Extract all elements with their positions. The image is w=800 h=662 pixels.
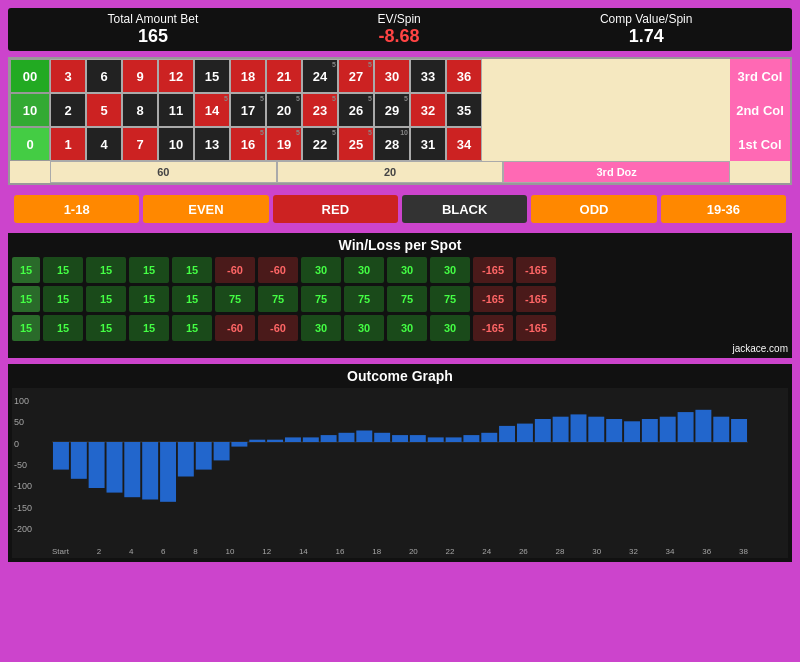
number-cell-36[interactable]: 36 <box>446 59 482 93</box>
outcome-chart <box>52 396 748 534</box>
wl-cell: 15 <box>86 286 126 312</box>
number-cell-27[interactable]: 275 <box>338 59 374 93</box>
svg-rect-37 <box>695 410 711 442</box>
number-column-6: 21205195 <box>266 59 302 161</box>
number-cell-1[interactable]: 1 <box>50 127 86 161</box>
wl-cell: 75 <box>344 286 384 312</box>
dozen-2nd[interactable]: 20 <box>277 161 504 183</box>
ev-spin-block: EV/Spin -8.68 <box>377 12 420 47</box>
number-cell-18[interactable]: 18 <box>230 59 266 93</box>
zero-0[interactable]: 0 <box>10 127 50 161</box>
number-cell-14[interactable]: 145 <box>194 93 230 127</box>
wl-data-col-6: 307530 <box>301 257 341 341</box>
svg-rect-2 <box>71 442 87 479</box>
number-cell-5[interactable]: 5 <box>86 93 122 127</box>
wl-cell: 15 <box>43 315 83 341</box>
svg-rect-1 <box>53 442 69 470</box>
svg-rect-21 <box>410 435 426 442</box>
wl-cell: 15 <box>43 286 83 312</box>
number-cell-17[interactable]: 175 <box>230 93 266 127</box>
number-cell-3[interactable]: 3 <box>50 59 86 93</box>
bet-even[interactable]: EVEN <box>143 195 268 223</box>
total-bet-block: Total Amount Bet 165 <box>108 12 199 47</box>
wl-row-label: 15 <box>12 286 40 312</box>
number-cell-7[interactable]: 7 <box>122 127 158 161</box>
svg-rect-35 <box>660 417 676 442</box>
wl-data-col-2: 151515 <box>129 257 169 341</box>
number-cell-28[interactable]: 2810 <box>374 127 410 161</box>
svg-rect-28 <box>535 419 551 442</box>
number-cell-15[interactable]: 15 <box>194 59 230 93</box>
number-cell-21[interactable]: 21 <box>266 59 302 93</box>
number-cell-16[interactable]: 165 <box>230 127 266 161</box>
svg-rect-11 <box>231 442 247 447</box>
wl-data-col-11: -165-165-165 <box>516 257 556 341</box>
bet-1-18[interactable]: 1-18 <box>14 195 139 223</box>
number-cell-24[interactable]: 245 <box>302 59 338 93</box>
graph-container: 100 50 0 -50 -100 -150 -200 Start2468101… <box>12 388 788 558</box>
number-cell-31[interactable]: 31 <box>410 127 446 161</box>
number-cell-32[interactable]: 32 <box>410 93 446 127</box>
svg-rect-32 <box>606 419 622 442</box>
number-cell-11[interactable]: 11 <box>158 93 194 127</box>
wl-data-col-7: 307530 <box>344 257 384 341</box>
number-cell-22[interactable]: 225 <box>302 127 338 161</box>
roulette-table: 00 10 0 32165498712111015145131817516521… <box>8 57 792 185</box>
bet-black[interactable]: BLACK <box>402 195 527 223</box>
number-cell-8[interactable]: 8 <box>122 93 158 127</box>
svg-rect-10 <box>214 442 230 460</box>
number-cell-4[interactable]: 4 <box>86 127 122 161</box>
svg-rect-30 <box>571 414 587 442</box>
number-cell-34[interactable]: 34 <box>446 127 482 161</box>
zero-00[interactable]: 00 <box>10 59 50 93</box>
zero-10[interactable]: 10 <box>10 93 50 127</box>
ev-spin-value: -8.68 <box>377 26 420 47</box>
wl-data-col-0: 151515 <box>43 257 83 341</box>
number-cell-10[interactable]: 10 <box>158 127 194 161</box>
svg-rect-38 <box>713 417 729 442</box>
number-column-2: 987 <box>122 59 158 161</box>
number-cell-35[interactable]: 35 <box>446 93 482 127</box>
number-cell-19[interactable]: 195 <box>266 127 302 161</box>
svg-rect-9 <box>196 442 212 470</box>
dozen-3rd[interactable]: 3rd Doz <box>503 161 730 183</box>
number-cell-6[interactable]: 6 <box>86 59 122 93</box>
number-cell-9[interactable]: 9 <box>122 59 158 93</box>
number-cell-13[interactable]: 13 <box>194 127 230 161</box>
number-cell-30[interactable]: 30 <box>374 59 410 93</box>
svg-rect-27 <box>517 424 533 442</box>
wl-cell: -165 <box>473 315 513 341</box>
bet-red[interactable]: RED <box>273 195 398 223</box>
total-bet-value: 165 <box>108 26 199 47</box>
number-column-11: 363534 <box>446 59 482 161</box>
wl-cell: 75 <box>258 286 298 312</box>
dozen-1st[interactable]: 60 <box>50 161 277 183</box>
number-cell-33[interactable]: 33 <box>410 59 446 93</box>
number-cell-20[interactable]: 205 <box>266 93 302 127</box>
number-cell-26[interactable]: 265 <box>338 93 374 127</box>
wl-cell: 30 <box>387 257 427 283</box>
comp-value: 1.74 <box>600 26 693 47</box>
winloss-grid: 151515151515151515151515151515-6075-60-6… <box>12 257 788 341</box>
number-cell-2[interactable]: 2 <box>50 93 86 127</box>
col-label-1st[interactable]: 1st Col <box>730 127 790 161</box>
number-cell-25[interactable]: 255 <box>338 127 374 161</box>
number-cell-29[interactable]: 295 <box>374 93 410 127</box>
wl-cell: 15 <box>129 257 169 283</box>
col-label-2nd[interactable]: 2nd Col <box>730 93 790 127</box>
svg-rect-33 <box>624 421 640 442</box>
svg-rect-26 <box>499 426 515 442</box>
number-column-4: 1514513 <box>194 59 230 161</box>
bet-odd[interactable]: ODD <box>531 195 656 223</box>
svg-rect-39 <box>731 419 747 442</box>
wl-cell: 75 <box>301 286 341 312</box>
svg-rect-5 <box>124 442 140 497</box>
bet-19-36[interactable]: 19-36 <box>661 195 786 223</box>
wl-data-col-5: -6075-60 <box>258 257 298 341</box>
number-cell-23[interactable]: 235 <box>302 93 338 127</box>
svg-rect-13 <box>267 440 283 442</box>
number-column-7: 245235225 <box>302 59 338 161</box>
svg-rect-29 <box>553 417 569 442</box>
number-cell-12[interactable]: 12 <box>158 59 194 93</box>
col-label-3rd[interactable]: 3rd Col <box>730 59 790 93</box>
